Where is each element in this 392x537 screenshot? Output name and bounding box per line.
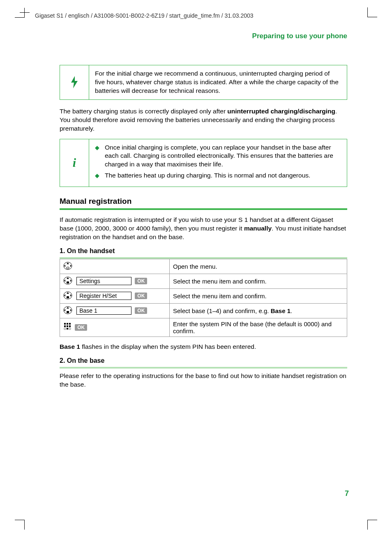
svg-rect-3 <box>67 281 69 283</box>
svg-rect-14 <box>64 328 66 330</box>
menu-item-settings: Settings <box>76 277 131 285</box>
ok-button: OK <box>135 293 147 299</box>
svg-rect-12 <box>67 325 68 327</box>
nav-key-icon <box>63 261 72 272</box>
info-list-item: Once initial charging is complete, you c… <box>95 143 341 169</box>
base1-flash-paragraph: Base 1 flashes in the display when the s… <box>60 343 347 351</box>
handset-procedure-table: Open the menu. Settings OK Select the me… <box>60 259 347 337</box>
crop-mark <box>20 515 30 525</box>
nav-key-icon <box>63 306 72 316</box>
ok-button: OK <box>135 307 147 314</box>
charge-note-box: For the initial charge we recommend a co… <box>60 65 347 100</box>
table-row: Register H/Set OK Select the menu item a… <box>60 288 347 303</box>
manual-registration-heading: Manual registration <box>60 197 347 206</box>
table-cell-description: Enter the system PIN of the base (the de… <box>170 318 347 336</box>
crop-mark <box>20 12 30 23</box>
manual-registration-paragraph: If automatic registration is interrupted… <box>60 216 347 242</box>
info-box: i Once initial charging is complete, you… <box>60 139 347 187</box>
step-rule <box>60 367 347 369</box>
table-cell-description: Select the menu item and confirm. <box>170 274 347 288</box>
table-cell-description: Open the menu. <box>170 259 347 274</box>
crop-mark <box>362 12 372 22</box>
table-cell-description: Select the menu item and confirm. <box>170 288 347 303</box>
svg-rect-5 <box>67 296 69 298</box>
nav-key-icon <box>63 276 72 286</box>
header-path: Gigaset S1 / englisch / A31008-S001-B002… <box>35 12 357 19</box>
step2-heading: 2. On the base <box>60 357 347 364</box>
table-row: Settings OK Select the menu item and con… <box>60 274 347 288</box>
svg-rect-9 <box>67 323 68 325</box>
charge-note-text: For the initial charge we recommend a co… <box>89 65 347 99</box>
svg-rect-7 <box>67 311 69 313</box>
battery-status-paragraph: The battery charging status is correctly… <box>60 107 347 133</box>
svg-rect-15 <box>67 328 68 330</box>
ok-button: OK <box>135 278 147 284</box>
svg-rect-13 <box>69 325 71 327</box>
svg-rect-10 <box>69 323 71 325</box>
step2-paragraph: Please refer to the operating instructio… <box>60 372 347 389</box>
nav-key-icon <box>63 291 72 301</box>
crop-mark <box>362 515 372 525</box>
page-number: 7 <box>345 489 349 498</box>
info-list-item: The batteries heat up during charging. T… <box>95 171 341 180</box>
svg-rect-16 <box>69 328 71 330</box>
info-icon: i <box>60 139 89 187</box>
svg-rect-1 <box>67 267 69 269</box>
section-title: Preparing to use your phone <box>60 32 347 40</box>
step1-heading: 1. On the handset <box>60 247 347 255</box>
table-cell-description: Select base (1–4) and confirm, e.g. Base… <box>170 303 347 318</box>
menu-item-base1: Base 1 <box>76 307 131 315</box>
svg-rect-8 <box>64 323 66 325</box>
table-row: Base 1 OK Select base (1–4) and confirm,… <box>60 303 347 318</box>
menu-item-register: Register H/Set <box>76 292 131 300</box>
heading-rule <box>60 208 347 210</box>
svg-rect-11 <box>64 325 66 327</box>
keypad-icon <box>63 323 71 332</box>
lightning-icon <box>60 65 89 99</box>
ok-button: OK <box>75 324 87 331</box>
table-row: OK Enter the system PIN of the base (the… <box>60 318 347 336</box>
table-row: Open the menu. <box>60 259 347 274</box>
